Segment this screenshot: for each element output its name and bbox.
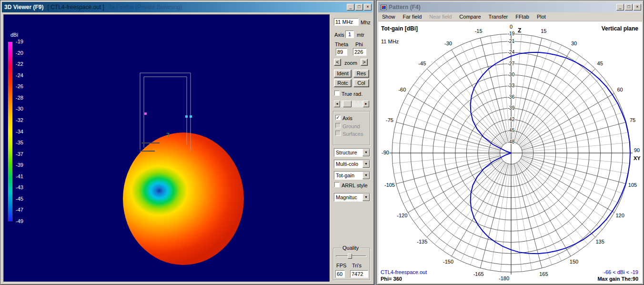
- magnitude-select[interactable]: Magnituc ▼: [334, 193, 370, 202]
- angle-label: -180: [499, 275, 509, 281]
- phi-field[interactable]: 226: [353, 48, 366, 56]
- menu-item-fftab[interactable]: FFtab: [512, 13, 533, 20]
- colorbar-tick: -37: [16, 152, 31, 157]
- polar-plot: -19-21-24-27-30-33-36-39-42-45-480153045…: [378, 21, 644, 284]
- pattern-chart-area: -19-21-24-27-30-33-36-39-42-45-480153045…: [378, 21, 642, 283]
- colorbar-tick: -22: [16, 61, 31, 67]
- radial-db-label: -48: [508, 139, 515, 144]
- maximize-icon[interactable]: □: [355, 4, 363, 10]
- angle-label: -150: [443, 259, 453, 265]
- menu-item-far-field[interactable]: Far field: [399, 13, 426, 20]
- 3d-view[interactable]: 7 dBi -19-20-22-24-26-28-30-32-34-35-37-…: [3, 14, 330, 282]
- theta-field[interactable]: 89: [336, 48, 347, 56]
- pattern-window-title: Pattern (F4): [389, 4, 421, 10]
- wire-marker-cyan: [185, 115, 188, 118]
- polar-grid-spoke: [522, 142, 630, 152]
- minimize-icon[interactable]: _: [616, 4, 624, 10]
- col-button[interactable]: Col: [353, 79, 369, 87]
- window-title: 3D Viewer (F9): [4, 4, 43, 10]
- angle-label: 150: [570, 259, 578, 265]
- quality-slider-thumb[interactable]: [348, 254, 352, 259]
- structure-select-value: Structure: [334, 149, 362, 156]
- xy-axis-label: XY: [634, 155, 641, 161]
- polar-grid-spoke: [521, 102, 619, 148]
- plot-plane-label: Vertical plane: [602, 25, 638, 32]
- polar-grid-spoke: [413, 159, 502, 221]
- scroll-right-icon[interactable]: ►: [363, 101, 369, 107]
- quality-label: Quality: [341, 245, 360, 251]
- angle-label: -135: [417, 239, 427, 244]
- minimize-icon[interactable]: _: [347, 4, 354, 10]
- frequency-unit-label: Mhz: [361, 20, 371, 25]
- maximize-icon[interactable]: □: [625, 4, 633, 10]
- pattern-titlebar[interactable]: Pattern (F4) _ □ ×: [378, 2, 642, 12]
- axis-checkbox[interactable]: ✓: [335, 115, 341, 120]
- colorbar-ticks: -19-20-22-24-26-28-30-32-34-35-37-39-41-…: [16, 39, 31, 224]
- axis-scale-field[interactable]: 1: [345, 31, 354, 38]
- rotate-scrollbar[interactable]: ◄ ►: [334, 101, 369, 107]
- magnitude-select-value: Magnituc: [334, 193, 362, 201]
- polar-grid-spoke: [501, 164, 510, 272]
- polar-grid-spoke: [403, 102, 501, 148]
- ident-button[interactable]: Ident: [334, 70, 352, 78]
- angle-label: 135: [595, 239, 604, 244]
- close-icon[interactable]: ×: [364, 4, 372, 10]
- gain-type-select[interactable]: Tot-gain ▼: [334, 171, 370, 180]
- gain-type-select-value: Tot-gain: [334, 172, 362, 179]
- polar-grid-spoke: [512, 164, 522, 272]
- menu-item-transfer[interactable]: Transfer: [485, 13, 512, 20]
- radial-db-label: -21: [508, 39, 515, 44]
- colorbar-gradient: [8, 41, 13, 222]
- viewer-control-panel: 11 MHz Mhz Axis 1 mtr Theta Phi 89 226 <…: [332, 14, 372, 282]
- colorbar-tick: -32: [16, 118, 31, 123]
- chevron-down-icon[interactable]: ▼: [362, 172, 370, 179]
- window-buttons: _ □ ×: [616, 4, 642, 10]
- pattern-window-icon: [381, 5, 387, 10]
- scrollbar-track[interactable]: [340, 101, 363, 107]
- menu-item-compare[interactable]: Compare: [455, 13, 484, 20]
- polar-grid-spoke: [513, 36, 532, 142]
- menu-item-plot[interactable]: Plot: [533, 13, 550, 20]
- colorbar-tick: -47: [16, 207, 31, 213]
- close-icon[interactable]: ×: [634, 4, 641, 10]
- arrl-style-checkbox[interactable]: [334, 182, 340, 187]
- angle-label: 90: [634, 147, 640, 153]
- axis-unit-label: mtr: [357, 32, 364, 38]
- 3d-viewer-titlebar[interactable]: 3D Viewer (F9) [ CTL4-freespace.out ] ll…: [2, 2, 372, 12]
- polar-grid-spoke: [491, 164, 509, 270]
- tris-label: Tri's: [352, 263, 362, 268]
- structure-select[interactable]: Structure ▼: [334, 148, 370, 157]
- colorbar-tick: -20: [16, 51, 31, 56]
- colorbar-tick: -49: [16, 219, 31, 224]
- polar-grid-spoke: [522, 154, 630, 163]
- color-mode-select[interactable]: Multi-colo ▼: [334, 160, 370, 168]
- pattern-window: Pattern (F4) _ □ × ShowFar fieldNear fie…: [376, 0, 644, 285]
- quality-slider[interactable]: [336, 255, 366, 257]
- radial-db-label: -33: [508, 83, 515, 88]
- scroll-left-icon[interactable]: ◄: [334, 101, 340, 107]
- polar-grid-spoke: [516, 163, 562, 261]
- chevron-down-icon[interactable]: ▼: [362, 193, 370, 201]
- chevron-down-icon[interactable]: ▼: [362, 160, 370, 168]
- colorbar-tick: -28: [16, 95, 31, 101]
- angle-label: -105: [384, 182, 395, 188]
- polar-grid-spoke: [461, 45, 506, 142]
- theta-label: Theta: [335, 41, 348, 47]
- angle-label: 60: [617, 87, 623, 92]
- menu-item-show[interactable]: Show: [378, 13, 399, 20]
- scrollbar-thumb[interactable]: [343, 101, 352, 107]
- plot-quantity-label: Tot-gain [dBi]: [381, 25, 418, 32]
- rotc-button[interactable]: Rotc: [334, 79, 352, 87]
- chevron-down-icon[interactable]: ▼: [362, 149, 370, 156]
- radial-db-label: -19: [508, 31, 515, 36]
- zoom-out-button[interactable]: <: [334, 59, 341, 66]
- polar-grid-spoke: [520, 159, 609, 221]
- axis-checkbox-label: Axis: [342, 115, 352, 121]
- frequency-field[interactable]: 11 MHz: [334, 18, 359, 26]
- zoom-in-button[interactable]: >: [361, 59, 368, 66]
- plot-frequency-label: 11 MHz: [381, 39, 399, 44]
- true-rad-checkbox[interactable]: [334, 91, 340, 96]
- res-button[interactable]: Res: [353, 70, 369, 78]
- polar-grid-spoke: [517, 50, 571, 143]
- polar-grid-spoke: [443, 55, 505, 144]
